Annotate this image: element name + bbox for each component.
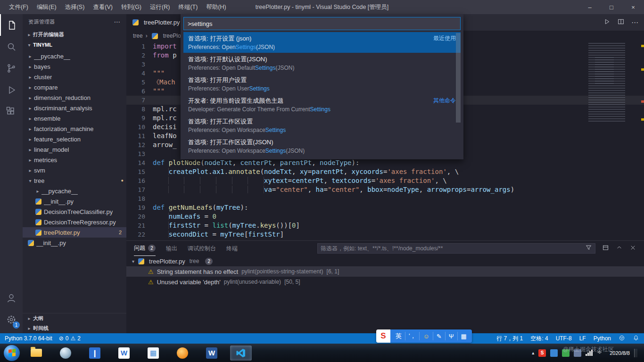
menu-help[interactable]: 帮助(H): [202, 0, 230, 14]
breadcrumb-dir[interactable]: tree: [133, 33, 143, 39]
run-debug-icon[interactable]: [0, 79, 23, 101]
tree-item-__init__.py[interactable]: __init__.py: [23, 238, 126, 248]
palette-item-3[interactable]: 开发者: 使用当前设置生成颜色主题其他命令Developer: Generate…: [183, 94, 461, 115]
word-taskbar-icon[interactable]: W: [201, 346, 223, 361]
vscode-taskbar-icon[interactable]: [230, 346, 252, 361]
source-control-icon[interactable]: [0, 58, 23, 79]
python-interpreter-status[interactable]: Python 3.7.0 64-bit: [5, 335, 52, 342]
menu-view[interactable]: 查看(V): [89, 0, 117, 14]
problems-file-group[interactable]: ▾ treePlotter.py tree 2: [126, 256, 644, 266]
tree-item-bayes[interactable]: ▸bayes: [23, 61, 126, 72]
palette-item-4[interactable]: 首选项: 打开工作区设置Preferences: Open Workspace …: [183, 115, 461, 136]
menu-run[interactable]: 运行(R): [146, 0, 174, 14]
tree-item-__pycache__[interactable]: ▸__pycache__: [23, 186, 126, 196]
code-line-22[interactable]: 22 secondDict = myTree[firstStr]: [126, 230, 644, 239]
tree-item-__init__.py[interactable]: __init__.py: [23, 196, 126, 206]
problem-row-1[interactable]: ⚠Unused variable 'depth'pylint(unused-va…: [126, 277, 644, 287]
tree-item-dimension_reduction[interactable]: ▸dimension_reduction: [23, 92, 126, 103]
panel-restore-icon[interactable]: [602, 244, 609, 253]
tree-item-DecisionTreeRegressor.py[interactable]: DecisionTreeRegressor.py: [23, 217, 126, 227]
close-button[interactable]: ×: [622, 0, 644, 14]
code-line-15[interactable]: 15 createPlot.ax1.annotate(nodeTxt, xy=p…: [126, 167, 644, 176]
run-file-icon[interactable]: [603, 18, 611, 27]
menu-file[interactable]: 文件(F): [5, 0, 33, 14]
panel-close-icon[interactable]: [629, 244, 636, 253]
explorer-taskbar-icon[interactable]: [25, 346, 47, 361]
tree-item-feature_selection[interactable]: ▸feature_selection: [23, 134, 126, 144]
problems-status[interactable]: ⊘ 0 ⚠ 2: [59, 335, 81, 342]
editor-more-actions-icon[interactable]: ⋯: [631, 18, 638, 27]
code-line-16[interactable]: 16 xytext=centerPt, textcoords='axes fra…: [126, 176, 644, 185]
notifications-bell-icon[interactable]: [633, 335, 639, 343]
panel-tab-终端[interactable]: 终端: [226, 241, 238, 256]
palette-item-5[interactable]: 首选项: 打开工作区设置(JSON)Preferences: Open Work…: [183, 136, 461, 156]
tree-item-factorization_machine[interactable]: ▸factorization_machine: [23, 123, 126, 134]
ime-emoji-icon[interactable]: ☺: [420, 332, 433, 340]
tree-item-ensemble[interactable]: ▸ensemble: [23, 113, 126, 123]
menu-selection[interactable]: 选择(S): [61, 0, 89, 14]
media-app-taskbar-icon[interactable]: [172, 346, 193, 361]
tree-item-linear_model[interactable]: ▸linear_model: [23, 144, 126, 155]
ime-mic-icon[interactable]: Ψ: [446, 332, 458, 340]
browser-taskbar-icon[interactable]: [55, 346, 76, 361]
sidebar-more-actions-icon[interactable]: ⋯: [114, 18, 121, 25]
notes-taskbar-icon[interactable]: ❙: [84, 346, 106, 361]
tree-item-cluster[interactable]: ▸cluster: [23, 72, 126, 82]
split-editor-icon[interactable]: [617, 18, 625, 27]
minimize-button[interactable]: –: [579, 0, 601, 14]
sogou-tray-icon[interactable]: S: [538, 349, 546, 357]
ime-pencil-icon[interactable]: ✎: [433, 332, 446, 340]
menu-terminal[interactable]: 终端(T): [174, 0, 202, 14]
code-line-17[interactable]: 17 va="center", ha="center", bbox=nodeTy…: [126, 185, 644, 194]
wps-taskbar-icon[interactable]: W: [113, 346, 135, 361]
panel-chevron-up-icon[interactable]: [616, 244, 623, 253]
grid-app-taskbar-icon[interactable]: ▦: [142, 346, 164, 361]
language-mode-status[interactable]: Python: [594, 335, 611, 343]
search-icon[interactable]: [0, 36, 23, 58]
tray-expand-icon[interactable]: ▴: [532, 350, 534, 355]
open-editors-section[interactable]: ▸ 打开的编辑器: [23, 29, 126, 40]
tree-item-treePlotter.py[interactable]: treePlotter.py2: [23, 227, 126, 238]
panel-tab-调试控制台[interactable]: 调试控制台: [188, 241, 216, 256]
start-button[interactable]: [4, 345, 20, 361]
menu-go[interactable]: 转到(G): [117, 0, 146, 14]
tree-item-DecisionTreeClassifier.py[interactable]: DecisionTreeClassifier.py: [23, 206, 126, 217]
encoding-status[interactable]: UTF-8: [556, 335, 572, 343]
panel-tab-问题[interactable]: 问题2: [134, 241, 156, 256]
show-desktop-button[interactable]: [634, 349, 637, 357]
palette-item-2[interactable]: 首选项: 打开用户设置Preferences: Open User Settin…: [183, 74, 461, 94]
cursor-position-status[interactable]: 行 7，列 1: [496, 335, 523, 343]
palette-item-0[interactable]: 首选项: 打开设置 (json)最近使用Preferences: Open Se…: [183, 32, 461, 53]
menu-edit[interactable]: 编辑(E): [33, 0, 61, 14]
tree-item-svm[interactable]: ▸svm: [23, 165, 126, 175]
sogou-logo-icon[interactable]: S: [376, 329, 390, 343]
ime-punctuation-toggle[interactable]: '，: [405, 332, 420, 340]
panel-tab-输出[interactable]: 输出: [166, 241, 177, 256]
filter-funnel-icon[interactable]: [585, 244, 592, 253]
tree-item-discriminant_analysis[interactable]: ▸discriminant_analysis: [23, 103, 126, 113]
ime-keyboard-icon[interactable]: ▦: [458, 332, 470, 340]
minimap[interactable]: [588, 43, 639, 123]
tree-item-compare[interactable]: ▸compare: [23, 82, 126, 92]
outline-section[interactable]: ▸ 大纲: [23, 313, 126, 323]
code-line-21[interactable]: 21 firstStr = list(myTree.keys())[0]: [126, 221, 644, 230]
tree-item-__pycache__[interactable]: ▸__pycache__: [23, 51, 126, 61]
problem-row-0[interactable]: ⚠String statement has no effectpylint(po…: [126, 266, 644, 277]
timeline-section[interactable]: ▸ 时间线: [23, 323, 126, 333]
problems-filter-input[interactable]: [321, 245, 585, 252]
palette-item-1[interactable]: 首选项: 打开默认设置(JSON)Preferences: Open Defau…: [183, 53, 461, 74]
palette-scrollbar[interactable]: [456, 33, 461, 123]
feedback-smiley-icon[interactable]: [619, 335, 625, 343]
code-line-20[interactable]: 20 numLeafs = 0: [126, 212, 644, 221]
eol-status[interactable]: LF: [579, 335, 586, 343]
explorer-icon[interactable]: [0, 14, 23, 36]
indentation-status[interactable]: 空格: 4: [530, 335, 548, 343]
code-line-18[interactable]: 18: [126, 194, 644, 203]
ime-language-toggle[interactable]: 英: [392, 332, 405, 340]
code-line-19[interactable]: 19def getNumLeafs(myTree):: [126, 203, 644, 212]
extensions-icon[interactable]: [0, 101, 23, 123]
settings-gear-icon[interactable]: 1: [0, 309, 23, 330]
workspace-section[interactable]: ▾ TINYML: [23, 40, 126, 50]
tray-icon-chat[interactable]: [550, 349, 558, 357]
maximize-button[interactable]: □: [601, 0, 622, 14]
